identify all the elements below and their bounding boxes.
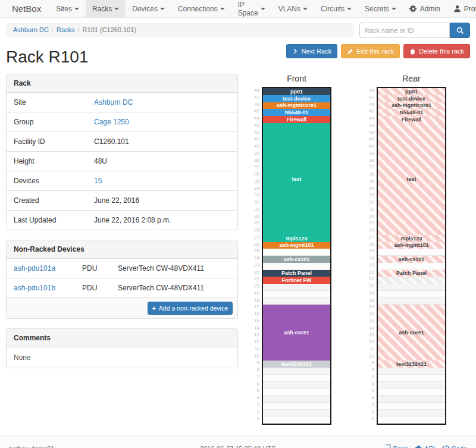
unit-number: 33 xyxy=(250,192,262,199)
device-ash-mgmtcore1[interactable]: ash-mgmtcore1 xyxy=(263,102,330,109)
breadcrumb-item[interactable]: Ashburn DC xyxy=(13,26,49,33)
unit-number: 35 xyxy=(250,178,262,185)
unit-number: 4 xyxy=(250,394,262,402)
nav-item-connections[interactable]: Connections xyxy=(171,0,231,17)
device-patch-panel[interactable]: Patch Panel xyxy=(378,270,445,277)
device-patch-panel[interactable]: Patch Panel xyxy=(263,270,330,277)
unit-number: 42 xyxy=(365,129,377,136)
nav-item-sites[interactable]: Sites xyxy=(49,0,86,17)
attribute-value: 48U xyxy=(87,152,237,171)
nav-item-label: Admin xyxy=(420,5,440,13)
add-non-racked-device-button[interactable]: + Add a non-racked device xyxy=(148,302,233,315)
nav-item-profile[interactable]: Profile xyxy=(447,0,476,17)
footer-links: Docs·API·Code xyxy=(384,444,467,448)
edit-rack-label: Edit this rack xyxy=(356,48,394,55)
unit-number: 43 xyxy=(250,122,262,129)
unit-number: 3 xyxy=(250,402,262,409)
user-icon xyxy=(453,5,461,12)
unit-number: 17 xyxy=(365,303,377,311)
device-pp01[interactable]: pp01 xyxy=(263,88,330,95)
device-test-device[interactable]: test-device xyxy=(263,95,330,102)
nav-item-racks[interactable]: Racks xyxy=(86,0,126,17)
unit-number: 10 xyxy=(365,353,377,360)
nav-item-vlans[interactable]: VLANs xyxy=(272,0,314,17)
netbox-brand[interactable]: NetBox xyxy=(7,0,49,17)
delete-rack-button[interactable]: Delete this rack xyxy=(403,44,470,58)
device-n5548-01[interactable]: N5548-01 xyxy=(378,109,445,116)
next-rack-button[interactable]: Next Rack xyxy=(286,44,337,58)
device-test3232421[interactable]: test3232421 xyxy=(263,361,330,368)
nav-item-secrets[interactable]: Secrets xyxy=(358,0,403,17)
attribute-value: June 22, 2016 xyxy=(87,191,237,210)
breadcrumb-separator: / xyxy=(52,26,54,33)
rack-unit-empty xyxy=(263,249,330,256)
pencil-icon xyxy=(347,48,353,55)
rack-unit-empty xyxy=(378,368,445,375)
unit-number: 34 xyxy=(250,185,262,192)
nav-item-devices[interactable]: Devices xyxy=(126,0,171,17)
nav-user-menu: AdminProfileLog out xyxy=(403,0,476,17)
attribute-label: Group xyxy=(7,112,87,131)
unit-number: 15 xyxy=(365,318,377,325)
device-n5548-01[interactable]: N5548-01 xyxy=(263,109,330,116)
device-ash-cs101[interactable]: ash-cs101 xyxy=(378,256,445,263)
footer-link-separator: · xyxy=(437,445,440,448)
rack-unit-empty xyxy=(378,291,445,298)
device-name-link[interactable]: ash-pdu101b xyxy=(7,278,75,297)
unit-number: 9 xyxy=(250,359,262,366)
footer-link-label: Code xyxy=(452,445,467,448)
rack-unit-empty xyxy=(263,416,330,424)
rack-attribute-row: GroupCage 1250 xyxy=(7,112,237,131)
device-firewall[interactable]: Firewall xyxy=(378,116,445,123)
device-firewall[interactable]: Firewall xyxy=(263,116,330,123)
attribute-value[interactable]: 15 xyxy=(87,171,237,190)
footer-link-code[interactable]: Code xyxy=(442,444,467,448)
footer-link-docs[interactable]: Docs xyxy=(384,444,408,448)
device-mpls123[interactable]: mpls123 xyxy=(378,235,445,242)
device-test[interactable]: test xyxy=(263,123,330,235)
device-ash-core1[interactable]: ash-core1 xyxy=(378,305,445,361)
device-ash-mgmtcore1[interactable]: ash-mgmtcore1 xyxy=(378,102,445,109)
device-mpls123[interactable]: mpls123 xyxy=(263,235,330,242)
unit-number: 29 xyxy=(250,220,262,227)
footer-link-api[interactable]: API xyxy=(415,444,435,448)
edit-rack-button[interactable]: Edit this rack xyxy=(341,44,400,58)
unit-number: 48 xyxy=(365,87,377,94)
nav-item-circuits[interactable]: Circuits xyxy=(314,0,358,17)
unit-number: 47 xyxy=(365,94,377,101)
unit-number: 20 xyxy=(365,283,377,290)
nav-item-ip-space[interactable]: IP Space xyxy=(231,0,272,17)
code-icon xyxy=(442,444,450,448)
rack-unit-empty xyxy=(378,249,445,256)
unit-number: 19 xyxy=(365,290,377,297)
unit-number: 26 xyxy=(250,241,262,248)
device-pp01[interactable]: pp01 xyxy=(378,88,445,95)
device-ash-mgmt101[interactable]: ash-mgmt101 xyxy=(263,242,330,249)
nav-item-label: VLANs xyxy=(278,5,300,13)
device-test-device[interactable]: test-device xyxy=(378,95,445,102)
unit-number: 37 xyxy=(250,164,262,171)
unit-number: 21 xyxy=(250,275,262,283)
caret-down-icon xyxy=(220,8,225,10)
device-ash-cs101[interactable]: ash-cs101 xyxy=(263,256,330,263)
caret-down-icon xyxy=(160,8,165,10)
search-button[interactable] xyxy=(450,23,470,38)
unit-number: 16 xyxy=(365,311,377,318)
attribute-value[interactable]: Ashburn DC xyxy=(87,93,237,112)
nav-item-admin[interactable]: Admin xyxy=(403,0,447,17)
unit-number: 45 xyxy=(250,108,262,115)
front-unit-numbers: 4847464544434241403938373635343332313029… xyxy=(250,87,262,425)
device-name-link[interactable]: ash-pdu101a xyxy=(7,259,75,278)
navbar: NetBox SitesRacksDevicesConnectionsIP Sp… xyxy=(0,0,476,18)
device-test[interactable]: test xyxy=(378,123,445,235)
rack-unit-empty xyxy=(378,416,445,424)
search-input[interactable] xyxy=(359,23,450,38)
device-ash-core1[interactable]: ash-core1 xyxy=(263,305,330,361)
breadcrumb-item[interactable]: Racks xyxy=(57,26,75,33)
device-ash-mgmt101[interactable]: ash-mgmt101 xyxy=(378,242,445,249)
device-test3232421[interactable]: test3232421 xyxy=(378,361,445,368)
attribute-value[interactable]: Cage 1250 xyxy=(87,112,237,131)
device-fortinet-fw[interactable]: Fortinet FW xyxy=(263,277,330,284)
breadcrumb: Ashburn DC/Racks/R101 (C1260.101) xyxy=(6,23,354,37)
caret-down-icon xyxy=(347,8,352,10)
